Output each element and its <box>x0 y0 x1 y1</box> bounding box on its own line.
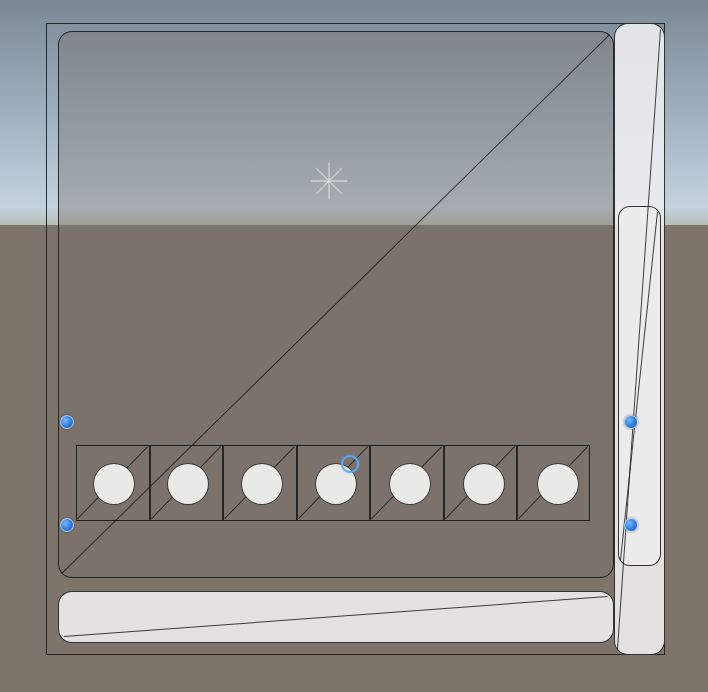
slot-circle-icon[interactable] <box>167 463 209 505</box>
slot-circle-icon[interactable] <box>93 463 135 505</box>
slot-circle-icon[interactable] <box>463 463 505 505</box>
rect-anchor-handle[interactable] <box>60 518 74 532</box>
slot-circle-icon[interactable] <box>389 463 431 505</box>
selection-ring-icon <box>341 455 359 473</box>
scene-viewport[interactable] <box>0 0 708 692</box>
rect-anchor-handle[interactable] <box>624 415 638 429</box>
rect-anchor-handle[interactable] <box>60 415 74 429</box>
rect-anchor-handle[interactable] <box>624 518 638 532</box>
slot-circle-icon[interactable] <box>537 463 579 505</box>
light-gizmo-icon <box>306 158 352 204</box>
slot-circle-icon[interactable] <box>241 463 283 505</box>
bottom-bar-panel[interactable] <box>58 591 614 643</box>
